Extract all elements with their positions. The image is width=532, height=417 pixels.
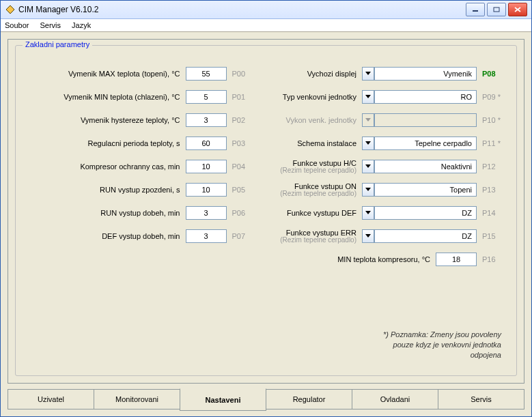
code-p11: P11 *: [477, 139, 509, 147]
menu-service[interactable]: Servis: [40, 21, 61, 29]
code-p01: P01: [227, 93, 260, 101]
tab-control[interactable]: Ovladani: [352, 389, 438, 409]
code-p04: P04: [227, 162, 260, 171]
dropdown-value-p09[interactable]: [374, 90, 477, 104]
close-button[interactable]: [508, 3, 527, 16]
row-p11: Schema instalaceP11 *: [270, 132, 510, 155]
label-p12: Funkce vstupu H/C(Rezim tepelne cerpadlo…: [270, 159, 363, 174]
label-p14: Funkce vystupu DEF: [270, 209, 363, 217]
row-p07: DEF vystup dobeh, minP07: [20, 225, 260, 248]
code-p09: P09 *: [477, 93, 509, 101]
dropdown-btn-p10: [362, 113, 374, 127]
svg-marker-0: [6, 5, 14, 14]
input-p07[interactable]: [186, 229, 227, 243]
app-icon: [5, 4, 16, 15]
label-p02: Vymenik hystereze teploty, °C: [20, 116, 186, 124]
label-p08: Vychozi displej: [270, 70, 363, 78]
tab-user[interactable]: Uzivatel: [8, 389, 94, 409]
input-p00[interactable]: [186, 67, 227, 81]
tab-monitoring[interactable]: Monitorovani: [94, 389, 180, 409]
code-p10: P10 *: [477, 116, 509, 124]
input-p06[interactable]: [186, 206, 227, 220]
code-p03: P03: [227, 139, 260, 147]
row-p05: RUN vystup zpozdeni, sP05: [20, 178, 260, 201]
maximize-button[interactable]: [487, 3, 506, 16]
menu-bar: Soubor Servis Jazyk: [1, 19, 531, 32]
input-p04[interactable]: [186, 160, 227, 173]
row-p04: Kompresor ochranny cas, minP04: [20, 155, 260, 178]
svg-marker-12: [365, 234, 371, 238]
dropdown-value-p12[interactable]: [374, 160, 477, 173]
dropdown-btn-p08[interactable]: [362, 67, 374, 81]
label-p16: MIN teplota kompresoru, °C: [270, 255, 436, 263]
svg-marker-10: [365, 188, 371, 191]
code-p12: P12: [477, 162, 509, 171]
row-p13: Funkce vstupu ON(Rezim tepelne cerpadlo)…: [270, 178, 510, 201]
input-p05[interactable]: [186, 183, 227, 197]
svg-marker-8: [365, 141, 371, 145]
code-p07: P07: [227, 232, 260, 240]
bottom-tabs: Uzivatel Monitorovani Nastaveni Regulato…: [8, 389, 524, 409]
svg-marker-11: [365, 211, 371, 214]
svg-marker-7: [365, 118, 371, 121]
row-p03: Regulacni perioda teploty, sP03: [20, 132, 260, 155]
dropdown-value-p10: [374, 113, 477, 127]
dropdown-value-p15[interactable]: [374, 229, 477, 243]
label-p04: Kompresor ochranny cas, min: [20, 162, 186, 171]
input-p01[interactable]: [186, 90, 227, 104]
row-p00: Vymenik MAX teplota (topeni), °CP00: [20, 62, 260, 85]
row-p12: Funkce vstupu H/C(Rezim tepelne cerpadlo…: [270, 155, 510, 178]
code-p00: P00: [227, 70, 260, 78]
label-p13: Funkce vstupu ON(Rezim tepelne cerpadlo): [270, 182, 363, 197]
svg-marker-6: [365, 95, 371, 98]
row-p15: Funkce vystupu ERR(Rezim tepelne cerpadl…: [270, 225, 510, 248]
left-column: Vymenik MAX teplota (topeni), °CP00 Vyme…: [16, 46, 266, 375]
row-p02: Vymenik hystereze teploty, °CP02: [20, 109, 260, 132]
code-p13: P13: [477, 186, 509, 194]
label-p10: Vykon venk. jednotky: [270, 116, 363, 124]
row-p06: RUN vystup dobeh, minP06: [20, 201, 260, 225]
right-column: Vychozi displejP08 Typ venkovni jednotky…: [266, 46, 517, 375]
input-p02[interactable]: [186, 113, 227, 127]
row-p10: Vykon venk. jednotkyP10 *: [270, 109, 510, 132]
svg-marker-5: [365, 72, 371, 75]
dropdown-btn-p15[interactable]: [362, 229, 374, 243]
menu-file[interactable]: Soubor: [5, 21, 29, 29]
svg-rect-2: [494, 8, 499, 12]
row-p09: Typ venkovni jednotkyP09 *: [270, 85, 510, 109]
menu-language[interactable]: Jazyk: [72, 21, 91, 29]
code-p15: P15: [477, 232, 509, 240]
group-title: Zakladni parametry: [23, 40, 92, 48]
label-p15: Funkce vystupu ERR(Rezim tepelne cerpadl…: [270, 229, 363, 244]
label-p09: Typ venkovni jednotky: [270, 93, 363, 101]
dropdown-btn-p13[interactable]: [362, 183, 374, 197]
minimize-button[interactable]: [466, 3, 485, 16]
dropdown-btn-p14[interactable]: [362, 206, 374, 220]
dropdown-value-p14[interactable]: [374, 206, 477, 220]
label-p00: Vymenik MAX teplota (topeni), °C: [20, 70, 186, 78]
input-p03[interactable]: [186, 136, 227, 150]
dropdown-btn-p12[interactable]: [362, 160, 374, 173]
row-p16: MIN teplota kompresoru, °CP16: [270, 248, 510, 271]
footnote: *) Poznamka: Zmeny jsou povoleny pouze k…: [383, 330, 501, 360]
input-p16[interactable]: [436, 253, 477, 266]
label-p01: Vymenik MIN teplota (chlazeni), °C: [20, 93, 186, 101]
dropdown-btn-p09[interactable]: [362, 90, 374, 104]
dropdown-value-p08[interactable]: [374, 67, 477, 81]
tab-settings[interactable]: Nastaveni: [180, 388, 266, 411]
label-p07: DEF vystup dobeh, min: [20, 232, 186, 240]
code-p02: P02: [227, 116, 260, 124]
window-title: CIM Manager V6.10.2: [18, 5, 98, 14]
title-bar[interactable]: CIM Manager V6.10.2: [1, 1, 531, 19]
dropdown-value-p13[interactable]: [374, 183, 477, 197]
label-p11: Schema instalace: [270, 139, 363, 147]
svg-rect-1: [473, 10, 478, 12]
row-p14: Funkce vystupu DEFP14: [270, 201, 510, 225]
dropdown-btn-p11[interactable]: [362, 136, 374, 150]
tab-servis[interactable]: Servis: [438, 389, 524, 409]
tab-regulator[interactable]: Regulator: [266, 389, 352, 409]
dropdown-value-p11[interactable]: [374, 136, 477, 150]
row-p01: Vymenik MIN teplota (chlazeni), °CP01: [20, 85, 260, 109]
code-p05: P05: [227, 186, 260, 194]
app-window: CIM Manager V6.10.2 Soubor Servis Jazyk …: [0, 0, 532, 417]
